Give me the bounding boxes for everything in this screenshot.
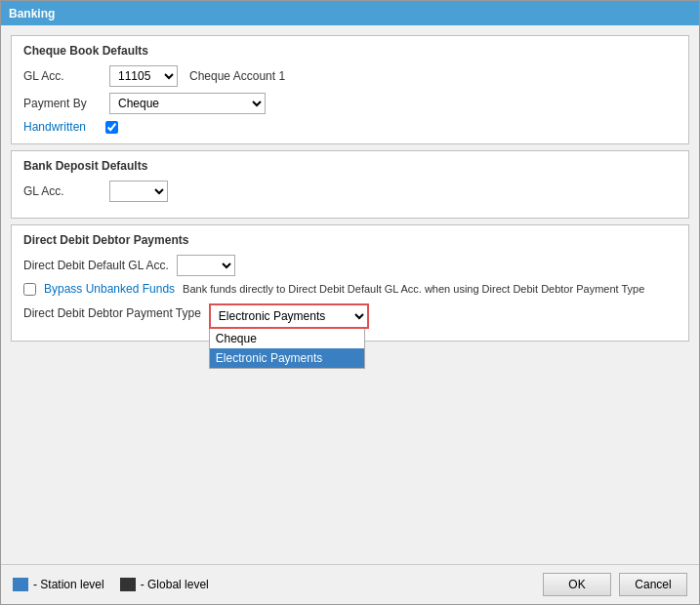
handwritten-checkbox[interactable] xyxy=(105,121,118,134)
cheque-book-defaults-title: Cheque Book Defaults xyxy=(23,44,677,58)
direct-debit-section: Direct Debit Debtor Payments Direct Debi… xyxy=(11,224,689,342)
bank-deposit-defaults-section: Bank Deposit Defaults GL Acc. xyxy=(11,150,689,219)
station-level-legend: - Station level xyxy=(13,578,104,591)
station-level-icon xyxy=(13,578,28,591)
bypass-description: Bank funds directly to Direct Debit Defa… xyxy=(183,283,644,295)
direct-debit-title: Direct Debit Debtor Payments xyxy=(23,233,677,247)
bank-gl-acc-row: GL Acc. xyxy=(23,181,677,202)
cheque-gl-acc-label: GL Acc. xyxy=(23,69,102,83)
handwritten-label: Handwritten xyxy=(23,120,102,134)
dropdown-item-electronic[interactable]: Electronic Payments xyxy=(210,348,364,368)
bypass-row: Bypass Unbanked Funds Bank funds directl… xyxy=(23,282,677,296)
cancel-button[interactable]: Cancel xyxy=(619,573,687,596)
direct-debit-gl-select[interactable] xyxy=(177,255,235,276)
handwritten-row: Handwritten xyxy=(23,120,677,134)
window-title: Banking xyxy=(9,7,55,20)
bottom-bar: - Station level - Global level OK Cancel xyxy=(1,564,699,604)
direct-debit-gl-label: Direct Debit Default GL Acc. xyxy=(23,259,169,272)
dropdown-item-cheque[interactable]: Cheque xyxy=(210,329,364,348)
global-level-label: - Global level xyxy=(141,578,209,591)
cheque-gl-acc-select[interactable]: 11105 xyxy=(109,65,178,87)
banking-window: Banking Cheque Book Defaults GL Acc. 111… xyxy=(0,0,700,605)
payment-type-dropdown-container: Electronic Payments Cheque Cheque Electr… xyxy=(209,303,369,329)
bank-gl-acc-label: GL Acc. xyxy=(23,184,102,198)
payment-type-select[interactable]: Electronic Payments Cheque xyxy=(211,305,367,327)
global-level-legend: - Global level xyxy=(120,578,209,591)
cheque-book-defaults-section: Cheque Book Defaults GL Acc. 11105 Chequ… xyxy=(11,35,689,144)
payment-by-label: Payment By xyxy=(23,97,102,110)
payment-type-select-wrapper: Electronic Payments Cheque xyxy=(209,303,369,329)
global-level-icon xyxy=(120,578,136,591)
direct-debit-gl-row: Direct Debit Default GL Acc. xyxy=(23,255,677,276)
spacer xyxy=(11,347,689,554)
ok-button[interactable]: OK xyxy=(543,573,611,596)
payment-type-label: Direct Debit Debtor Payment Type xyxy=(23,303,201,320)
legend: - Station level - Global level xyxy=(13,578,209,591)
bank-deposit-defaults-title: Bank Deposit Defaults xyxy=(23,159,677,173)
bypass-checkbox[interactable] xyxy=(23,283,36,296)
title-bar: Banking xyxy=(1,1,699,25)
cheque-account-name: Cheque Account 1 xyxy=(189,69,285,83)
cheque-gl-acc-row: GL Acc. 11105 Cheque Account 1 xyxy=(23,65,677,87)
station-level-label: - Station level xyxy=(33,578,104,591)
payment-by-select[interactable]: Cheque Electronic xyxy=(109,93,266,114)
content-area: Cheque Book Defaults GL Acc. 11105 Chequ… xyxy=(1,25,699,564)
bypass-label: Bypass Unbanked Funds xyxy=(44,282,175,296)
payment-type-dropdown-list: Cheque Electronic Payments xyxy=(209,329,365,369)
payment-by-row: Payment By Cheque Electronic xyxy=(23,93,677,114)
button-group: OK Cancel xyxy=(543,573,687,596)
bank-gl-acc-select[interactable] xyxy=(109,181,168,202)
payment-type-row: Direct Debit Debtor Payment Type Electro… xyxy=(23,303,677,329)
